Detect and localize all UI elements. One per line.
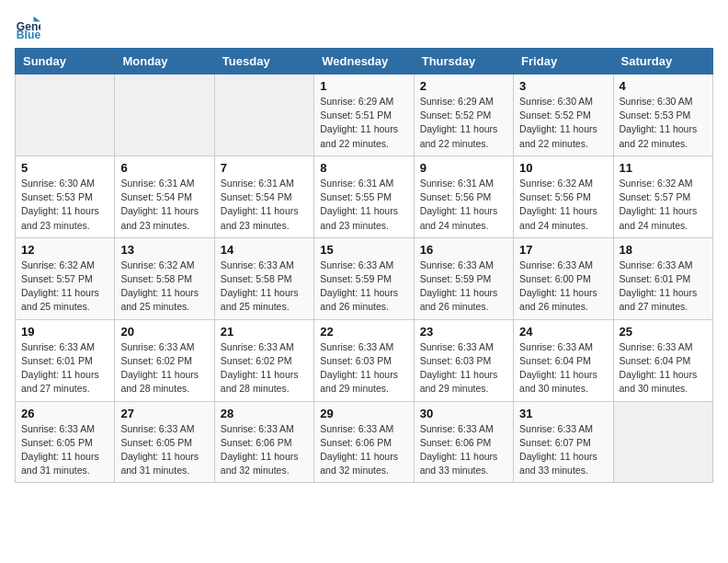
day-info: Sunrise: 6:33 AM Sunset: 6:07 PM Dayligh… <box>519 422 607 478</box>
day-number: 5 <box>21 161 108 175</box>
day-number: 18 <box>620 243 707 257</box>
calendar-week-row: 26Sunrise: 6:33 AM Sunset: 6:05 PM Dayli… <box>16 401 713 483</box>
calendar-cell: 22Sunrise: 6:33 AM Sunset: 6:03 PM Dayli… <box>314 319 414 401</box>
day-number: 10 <box>519 161 607 175</box>
day-number: 6 <box>120 161 208 175</box>
calendar-cell: 25Sunrise: 6:33 AM Sunset: 6:04 PM Dayli… <box>613 319 712 401</box>
day-info: Sunrise: 6:32 AM Sunset: 5:57 PM Dayligh… <box>620 177 707 233</box>
day-info: Sunrise: 6:33 AM Sunset: 6:05 PM Dayligh… <box>120 422 208 478</box>
day-header-tuesday: Tuesday <box>214 49 313 75</box>
calendar-cell: 20Sunrise: 6:33 AM Sunset: 6:02 PM Dayli… <box>115 319 214 401</box>
day-number: 24 <box>519 325 607 339</box>
calendar-cell: 15Sunrise: 6:33 AM Sunset: 5:59 PM Dayli… <box>314 237 414 319</box>
day-info: Sunrise: 6:33 AM Sunset: 6:02 PM Dayligh… <box>120 340 208 396</box>
day-info: Sunrise: 6:33 AM Sunset: 6:06 PM Dayligh… <box>221 422 308 478</box>
day-info: Sunrise: 6:31 AM Sunset: 5:56 PM Dayligh… <box>420 177 507 233</box>
day-number: 20 <box>120 325 208 339</box>
day-info: Sunrise: 6:33 AM Sunset: 6:06 PM Dayligh… <box>420 422 507 478</box>
day-info: Sunrise: 6:31 AM Sunset: 5:54 PM Dayligh… <box>120 177 208 233</box>
day-info: Sunrise: 6:33 AM Sunset: 6:04 PM Dayligh… <box>519 340 607 396</box>
day-info: Sunrise: 6:29 AM Sunset: 5:51 PM Dayligh… <box>320 95 407 151</box>
day-number: 17 <box>519 243 607 257</box>
day-header-sunday: Sunday <box>16 49 115 75</box>
calendar-cell <box>613 401 712 483</box>
calendar-week-row: 12Sunrise: 6:32 AM Sunset: 5:57 PM Dayli… <box>16 237 713 319</box>
calendar-cell <box>115 75 214 156</box>
day-info: Sunrise: 6:33 AM Sunset: 6:01 PM Dayligh… <box>620 259 707 315</box>
calendar-cell: 14Sunrise: 6:33 AM Sunset: 5:58 PM Dayli… <box>214 237 313 319</box>
day-number: 12 <box>21 243 108 257</box>
logo: General Blue <box>15 15 44 40</box>
day-info: Sunrise: 6:33 AM Sunset: 5:59 PM Dayligh… <box>420 259 507 315</box>
day-info: Sunrise: 6:30 AM Sunset: 5:53 PM Dayligh… <box>21 177 108 233</box>
calendar-cell: 7Sunrise: 6:31 AM Sunset: 5:54 PM Daylig… <box>214 155 313 237</box>
day-info: Sunrise: 6:33 AM Sunset: 6:06 PM Dayligh… <box>320 422 407 478</box>
page-header: General Blue <box>15 15 713 40</box>
calendar-cell: 30Sunrise: 6:33 AM Sunset: 6:06 PM Dayli… <box>414 401 513 483</box>
calendar-cell: 3Sunrise: 6:30 AM Sunset: 5:52 PM Daylig… <box>514 75 613 156</box>
day-info: Sunrise: 6:33 AM Sunset: 6:05 PM Dayligh… <box>21 422 108 478</box>
calendar-cell: 31Sunrise: 6:33 AM Sunset: 6:07 PM Dayli… <box>514 401 613 483</box>
day-number: 7 <box>221 161 308 175</box>
day-number: 13 <box>120 243 208 257</box>
day-info: Sunrise: 6:31 AM Sunset: 5:55 PM Dayligh… <box>320 177 407 233</box>
calendar-cell: 10Sunrise: 6:32 AM Sunset: 5:56 PM Dayli… <box>514 155 613 237</box>
day-number: 3 <box>519 79 607 93</box>
calendar-cell <box>16 75 115 156</box>
calendar-cell: 19Sunrise: 6:33 AM Sunset: 6:01 PM Dayli… <box>16 319 115 401</box>
day-number: 21 <box>221 325 308 339</box>
calendar-cell: 4Sunrise: 6:30 AM Sunset: 5:53 PM Daylig… <box>613 75 712 156</box>
day-number: 30 <box>420 407 507 420</box>
day-info: Sunrise: 6:33 AM Sunset: 5:59 PM Dayligh… <box>320 259 407 315</box>
day-number: 19 <box>21 325 108 339</box>
calendar-cell: 6Sunrise: 6:31 AM Sunset: 5:54 PM Daylig… <box>115 155 214 237</box>
day-number: 29 <box>320 407 407 420</box>
day-number: 1 <box>320 79 407 93</box>
calendar-cell: 28Sunrise: 6:33 AM Sunset: 6:06 PM Dayli… <box>214 401 313 483</box>
day-number: 11 <box>620 161 707 175</box>
day-header-saturday: Saturday <box>613 49 712 75</box>
svg-text:Blue: Blue <box>17 29 40 40</box>
calendar-cell: 17Sunrise: 6:33 AM Sunset: 6:00 PM Dayli… <box>514 237 613 319</box>
day-header-thursday: Thursday <box>414 49 513 75</box>
calendar-week-row: 5Sunrise: 6:30 AM Sunset: 5:53 PM Daylig… <box>16 155 713 237</box>
calendar-cell: 24Sunrise: 6:33 AM Sunset: 6:04 PM Dayli… <box>514 319 613 401</box>
day-header-friday: Friday <box>514 49 613 75</box>
calendar-cell: 1Sunrise: 6:29 AM Sunset: 5:51 PM Daylig… <box>314 75 414 156</box>
day-number: 23 <box>420 325 507 339</box>
day-info: Sunrise: 6:33 AM Sunset: 6:03 PM Dayligh… <box>420 340 507 396</box>
day-info: Sunrise: 6:32 AM Sunset: 5:58 PM Dayligh… <box>120 259 208 315</box>
calendar-cell: 21Sunrise: 6:33 AM Sunset: 6:02 PM Dayli… <box>214 319 313 401</box>
day-number: 28 <box>221 407 308 420</box>
calendar-cell: 2Sunrise: 6:29 AM Sunset: 5:52 PM Daylig… <box>414 75 513 156</box>
calendar-cell <box>214 75 313 156</box>
calendar-cell: 29Sunrise: 6:33 AM Sunset: 6:06 PM Dayli… <box>314 401 414 483</box>
logo-icon: General Blue <box>15 15 40 40</box>
day-number: 22 <box>320 325 407 339</box>
day-info: Sunrise: 6:33 AM Sunset: 5:58 PM Dayligh… <box>221 259 308 315</box>
day-info: Sunrise: 6:32 AM Sunset: 5:57 PM Dayligh… <box>21 259 108 315</box>
day-info: Sunrise: 6:32 AM Sunset: 5:56 PM Dayligh… <box>519 177 607 233</box>
day-number: 27 <box>120 407 208 420</box>
calendar-cell: 12Sunrise: 6:32 AM Sunset: 5:57 PM Dayli… <box>16 237 115 319</box>
calendar-cell: 11Sunrise: 6:32 AM Sunset: 5:57 PM Dayli… <box>613 155 712 237</box>
calendar-cell: 26Sunrise: 6:33 AM Sunset: 6:05 PM Dayli… <box>16 401 115 483</box>
day-info: Sunrise: 6:33 AM Sunset: 6:03 PM Dayligh… <box>320 340 407 396</box>
day-number: 15 <box>320 243 407 257</box>
calendar-cell: 13Sunrise: 6:32 AM Sunset: 5:58 PM Dayli… <box>115 237 214 319</box>
calendar-cell: 27Sunrise: 6:33 AM Sunset: 6:05 PM Dayli… <box>115 401 214 483</box>
day-number: 14 <box>221 243 308 257</box>
calendar-cell: 9Sunrise: 6:31 AM Sunset: 5:56 PM Daylig… <box>414 155 513 237</box>
day-info: Sunrise: 6:33 AM Sunset: 6:04 PM Dayligh… <box>620 340 707 396</box>
day-number: 26 <box>21 407 108 420</box>
day-info: Sunrise: 6:33 AM Sunset: 6:02 PM Dayligh… <box>221 340 308 396</box>
day-number: 31 <box>519 407 607 420</box>
calendar-cell: 8Sunrise: 6:31 AM Sunset: 5:55 PM Daylig… <box>314 155 414 237</box>
day-info: Sunrise: 6:33 AM Sunset: 6:01 PM Dayligh… <box>21 340 108 396</box>
calendar-cell: 16Sunrise: 6:33 AM Sunset: 5:59 PM Dayli… <box>414 237 513 319</box>
day-info: Sunrise: 6:33 AM Sunset: 6:00 PM Dayligh… <box>519 259 607 315</box>
day-number: 9 <box>420 161 507 175</box>
calendar-cell: 18Sunrise: 6:33 AM Sunset: 6:01 PM Dayli… <box>613 237 712 319</box>
day-header-wednesday: Wednesday <box>314 49 414 75</box>
day-number: 16 <box>420 243 507 257</box>
